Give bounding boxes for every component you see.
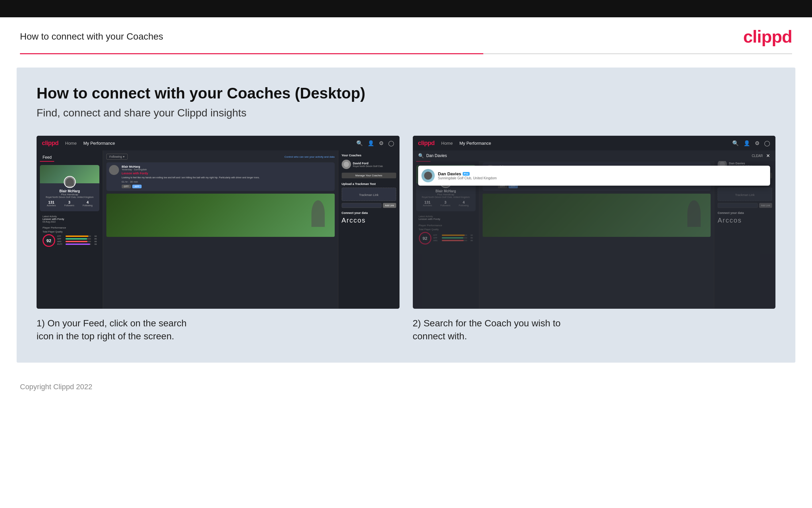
user-icon-2: 👤 — [744, 140, 750, 146]
nav-icons-2: 🔍 👤 ⚙ ◯ — [732, 140, 770, 146]
nav-home-1: Home — [65, 141, 77, 146]
result-info: Dan Davies Pro Sunningdale Golf Club, Un… — [438, 171, 497, 180]
nav-home-2: Home — [441, 141, 453, 146]
stat-followers: 3 Followers — [64, 200, 75, 207]
screenshots-row: clippd Home My Performance 🔍 👤 ⚙ ◯ Feed — [37, 136, 775, 343]
avatar-silhouette-1 — [66, 178, 74, 186]
main-content: How to connect with your Coaches (Deskto… — [17, 68, 795, 363]
bar-arg: ARG 86 — [57, 241, 97, 243]
profile-handicap-1: Plus Handicap — [43, 193, 97, 196]
profile-avatar-1 — [64, 176, 76, 188]
search-result-dropdown[interactable]: Dan Davies Pro Sunningdale Golf Club, Un… — [418, 166, 770, 186]
profile-name-1: Blair McHarg — [43, 189, 97, 193]
control-link-1[interactable]: Control who can see your activity and da… — [285, 155, 335, 158]
profile-card-1: Blair McHarg Plus Handicap Royal North D… — [40, 165, 99, 211]
lesson-info-1: Blair McHarg Yesterday · Sunningdale Les… — [122, 165, 332, 188]
arccos-logo-1: Arccos — [342, 217, 396, 224]
feed-tab-1: Feed — [40, 154, 54, 162]
app-nav-2: clippd Home My Performance 🔍 👤 ⚙ ◯ — [413, 136, 776, 151]
result-name: Dan Davies Pro — [438, 171, 497, 176]
screenshot-col-2: clippd Home My Performance 🔍 👤 ⚙ ◯ Feed — [413, 136, 776, 343]
avatar-icon-2: ◯ — [764, 140, 770, 146]
user-icon: 👤 — [368, 140, 374, 146]
lesson-image-1 — [106, 194, 335, 237]
profile-stats-1: 131 Activities 3 Followers 4 — [43, 200, 97, 207]
search-icon-2[interactable]: 🔍 — [732, 140, 739, 146]
perf-row-1: 92 OTT 90 APP — [43, 234, 97, 247]
search-icon-overlay: 🔍 — [418, 153, 424, 158]
clear-button[interactable]: CLEAR — [752, 154, 763, 158]
bar-app: APP 85 — [57, 238, 97, 240]
following-button-1[interactable]: Following ▾ — [106, 154, 128, 160]
result-avatar — [422, 169, 435, 182]
lesson-card-1: Blair McHarg Yesterday · Sunningdale Les… — [106, 162, 335, 191]
manage-coaches-button-1[interactable]: Manage Your Coaches — [342, 173, 396, 178]
bar-putt: PUTT 96 — [57, 243, 97, 245]
right-panel-1: Your Coaches David Ford Royal North Devo… — [338, 151, 399, 309]
middle-panel-1: Following ▾ Control who can see your act… — [103, 151, 338, 309]
left-panel-1: Feed Blair McHarg Plus Handicap Royal No… — [37, 151, 103, 309]
profile-club-1: Royal North Devon Golf Club, United King… — [43, 196, 97, 198]
step1-caption: 1) On your Feed, click on the searchicon… — [37, 317, 399, 343]
add-link-button-1[interactable]: Add Link — [383, 203, 396, 208]
coaches-title-1: Your Coaches — [342, 154, 396, 157]
app-nav-1: clippd Home My Performance 🔍 👤 ⚙ ◯ — [37, 136, 399, 151]
clippd-logo: clippd — [743, 27, 792, 47]
footer: Copyright Clippd 2022 — [0, 376, 812, 398]
coach-item-1: David Ford Royal North Devon Golf Club — [342, 160, 396, 169]
lesson-buttons-1: OTT APP — [122, 185, 332, 188]
stat-following: 4 Following — [83, 200, 93, 207]
following-row-1: Following ▾ Control who can see your act… — [106, 154, 335, 160]
bar-ott: OTT 90 — [57, 235, 97, 237]
connect-title-1: Connect your data — [342, 211, 396, 215]
avatar-icon: ◯ — [388, 140, 394, 146]
step2-caption: 2) Search for the Coach you wish toconne… — [413, 317, 776, 343]
result-pro-badge: Pro — [463, 172, 470, 176]
profile-banner-1 — [40, 165, 99, 183]
nav-myperformance-2: My Performance — [459, 141, 491, 146]
copyright: Copyright Clippd 2022 — [20, 383, 92, 391]
lesson-avatar-1 — [109, 165, 119, 175]
app-screenshot-2: clippd Home My Performance 🔍 👤 ⚙ ◯ Feed — [413, 136, 776, 309]
score-circle-1: 92 — [43, 234, 55, 247]
player-performance-1: Player Performance Total Player Quality … — [40, 224, 99, 249]
search-query-text[interactable]: Dan Davies — [426, 153, 752, 158]
latest-activity-1: Latest Activity Lesson with Fordy 03 Aug… — [40, 214, 99, 224]
upload-section-1: Upload a Trackman Test Trackman Link Add… — [342, 182, 396, 208]
search-bar-overlay: 🔍 Dan Davies CLEAR ✕ — [413, 151, 776, 161]
settings-icon-2: ⚙ — [755, 140, 760, 146]
screenshot-col-1: clippd Home My Performance 🔍 👤 ⚙ ◯ Feed — [37, 136, 399, 343]
off-button-1[interactable]: OTT — [122, 185, 131, 188]
trackman-input-1[interactable] — [342, 203, 382, 208]
app-screenshot-1: clippd Home My Performance 🔍 👤 ⚙ ◯ Feed — [37, 136, 399, 309]
nav-icons-1: 🔍 👤 ⚙ ◯ — [356, 140, 394, 146]
nav-myperformance-1: My Performance — [84, 141, 115, 146]
app-logo-1: clippd — [42, 140, 58, 147]
trackman-box-1: Trackman Link — [342, 187, 396, 201]
result-club: Sunningdale Golf Club, United Kingdom — [438, 176, 497, 180]
app-logo-2: clippd — [418, 140, 435, 147]
app-body-1: Feed Blair McHarg Plus Handicap Royal No… — [37, 151, 399, 309]
header-divider — [20, 53, 792, 54]
stat-activities: 131 Activities — [47, 200, 56, 207]
main-heading: How to connect with your Coaches (Deskto… — [37, 84, 775, 102]
perf-bars-1: OTT 90 APP 85 — [57, 235, 97, 246]
coach-details-1: David Ford Royal North Devon Golf Club — [353, 162, 383, 167]
coach-avatar-1 — [342, 160, 351, 169]
page-title: How to connect with your Coaches — [20, 31, 163, 42]
trackman-link-row-1: Add Link — [342, 203, 396, 208]
settings-icon: ⚙ — [379, 140, 384, 146]
close-search-icon[interactable]: ✕ — [766, 153, 770, 158]
top-bar — [0, 0, 812, 17]
app-button-1[interactable]: APP — [132, 185, 142, 188]
main-subheading: Find, connect and share your Clippd insi… — [37, 107, 775, 119]
header: How to connect with your Coaches clippd — [0, 17, 812, 53]
search-icon[interactable]: 🔍 — [356, 140, 363, 146]
